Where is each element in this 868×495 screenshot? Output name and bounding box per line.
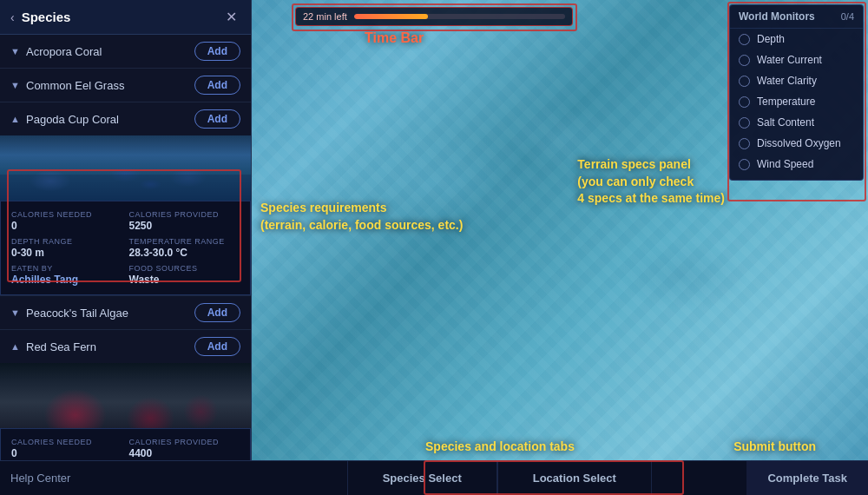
- stats-panel-red-fern: CALORIES NEEDED 0 CALORIES PROVIDED 4400…: [0, 428, 251, 460]
- add-button-peacock[interactable]: Add: [194, 303, 240, 322]
- sidebar-header: ‹ Species ✕: [0, 0, 251, 35]
- time-bar-container: 22 min left: [295, 7, 573, 26]
- stat-label-cal-needed-rf: CALORIES NEEDED: [11, 438, 122, 446]
- add-button-pagoda[interactable]: Add: [194, 109, 240, 129]
- stat-calories-needed-redfern: CALORIES NEEDED 0: [11, 438, 122, 459]
- species-name-acropora: Acropora Coral: [26, 45, 102, 58]
- stat-food-sources-pagoda: FOOD SOURCES Waste: [129, 264, 240, 286]
- monitor-label-salt-content: Salt Content: [757, 116, 814, 129]
- time-bar-annotation: Time Bar: [365, 30, 424, 46]
- species-req-annotation: Species requirements (terrain, calorie, …: [260, 200, 463, 234]
- species-item-red-fern: ▲ Red Sea Fern Add CALORIES NEEDED 0 CAL…: [0, 330, 251, 460]
- stat-value-calories-needed: 0: [11, 220, 122, 232]
- species-name-red-fern: Red Sea Fern: [26, 340, 96, 353]
- stat-label-food-sources: FOOD SOURCES: [129, 264, 240, 273]
- time-bar-track: [354, 14, 565, 19]
- species-row-pagoda[interactable]: ▲ Pagoda Cup Coral Add: [0, 102, 251, 135]
- tab-species-select-label: Species Select: [383, 472, 462, 485]
- help-center-label: Help Center: [10, 472, 70, 485]
- species-row-acropora[interactable]: ▼ Acropora Coral Add: [0, 35, 251, 68]
- monitors-count: 0/4: [841, 11, 854, 22]
- stat-calories-provided-pagoda: CALORIES PROVIDED 5250: [129, 210, 240, 232]
- stat-value-cal-provided-rf: 4400: [129, 447, 240, 459]
- monitor-label-wind-speed: Wind Speed: [757, 158, 813, 170]
- monitor-item-wind-speed[interactable]: Wind Speed: [730, 154, 863, 175]
- chevron-pagoda-icon: ▲: [10, 114, 21, 124]
- stat-depth-pagoda: DEPTH RANGE 0-30 m: [11, 237, 122, 259]
- stat-value-temp: 28.3-30.0 °C: [129, 247, 240, 259]
- sidebar-title: Species: [22, 10, 71, 24]
- add-button-red-fern[interactable]: Add: [194, 337, 240, 356]
- chevron-eel-grass-icon: ▼: [10, 80, 21, 90]
- tab-location-select[interactable]: Location Select: [497, 461, 652, 496]
- stat-value-depth: 0-30 m: [11, 247, 122, 259]
- monitor-radio-wind-speed[interactable]: [739, 159, 750, 170]
- species-name-eel-grass: Common Eel Grass: [26, 79, 124, 92]
- monitor-item-dissolved-oxygen[interactable]: Dissolved Oxygen: [730, 133, 863, 154]
- submit-annotation: Submit button: [733, 439, 816, 453]
- time-bar-wrapper: 22 min left: [295, 7, 573, 26]
- chevron-left-icon[interactable]: ‹: [10, 10, 15, 24]
- stat-label-temp: TEMPERATURE RANGE: [129, 237, 240, 246]
- monitor-item-depth[interactable]: Depth: [730, 29, 863, 50]
- monitor-radio-water-clarity[interactable]: [739, 76, 750, 87]
- species-image-redfern: [0, 363, 251, 428]
- species-item-acropora: ▼ Acropora Coral Add: [0, 35, 251, 69]
- chevron-peacock-icon: ▼: [10, 307, 21, 318]
- species-item-pagoda: ▲ Pagoda Cup Coral Add CALORIES NEEDED 0…: [0, 102, 251, 296]
- monitor-radio-dissolved-oxygen[interactable]: [739, 138, 750, 149]
- tabs-annotation: Species and location tabs: [425, 439, 575, 453]
- monitor-item-water-clarity[interactable]: Water Clarity: [730, 70, 863, 91]
- monitor-item-salt-content[interactable]: Salt Content: [730, 112, 863, 133]
- species-row-red-fern[interactable]: ▲ Red Sea Fern Add: [0, 330, 251, 363]
- stat-value-eaten-by: Achilles Tang: [11, 274, 122, 286]
- stat-value-food-sources: Waste: [129, 274, 240, 286]
- tab-species-select[interactable]: Species Select: [347, 461, 497, 496]
- species-name-pagoda: Pagoda Cup Coral: [26, 113, 119, 126]
- species-name-peacock: Peacock's Tail Algae: [26, 307, 128, 320]
- complete-task-button[interactable]: Complete Task: [746, 461, 868, 496]
- close-button[interactable]: ✕: [222, 7, 240, 27]
- stat-label-depth: DEPTH RANGE: [11, 237, 122, 246]
- monitors-header: World Monitors 0/4: [730, 5, 863, 29]
- sidebar: ‹ Species ✕ ▼ Acropora Coral Add ▼ Commo…: [0, 0, 252, 460]
- stat-value-cal-needed-rf: 0: [11, 447, 122, 459]
- chevron-red-fern-icon: ▲: [10, 341, 21, 352]
- monitors-panel: World Monitors 0/4 Depth Water Current W…: [729, 4, 864, 181]
- species-row-eel-grass[interactable]: ▼ Common Eel Grass Add: [0, 69, 251, 102]
- monitor-item-temperature[interactable]: Temperature: [730, 91, 863, 112]
- monitor-label-water-clarity: Water Clarity: [757, 75, 817, 87]
- monitor-radio-temperature[interactable]: [739, 96, 750, 108]
- stat-value-calories-provided: 5250: [129, 220, 240, 232]
- monitor-radio-water-current[interactable]: [739, 55, 750, 66]
- stat-label-cal-provided-rf: CALORIES PROVIDED: [129, 438, 240, 446]
- stat-label-calories-needed: CALORIES NEEDED: [11, 210, 122, 219]
- monitor-label-temperature: Temperature: [757, 96, 815, 108]
- stat-temp-pagoda: TEMPERATURE RANGE 28.3-30.0 °C: [129, 237, 240, 259]
- species-image-pagoda: [0, 135, 251, 201]
- complete-task-label: Complete Task: [767, 472, 847, 485]
- monitor-label-dissolved-oxygen: Dissolved Oxygen: [757, 137, 841, 149]
- stat-label-calories-provided: CALORIES PROVIDED: [129, 210, 240, 219]
- chevron-acropora-icon: ▼: [10, 46, 21, 56]
- species-item-peacock: ▼ Peacock's Tail Algae Add: [0, 296, 251, 330]
- time-bar-label: 22 min left: [303, 11, 347, 22]
- add-button-eel-grass[interactable]: Add: [194, 76, 240, 95]
- species-row-peacock[interactable]: ▼ Peacock's Tail Algae Add: [0, 296, 251, 329]
- stat-calories-provided-redfern: CALORIES PROVIDED 4400: [129, 438, 240, 459]
- bottom-tabs: Species Select Location Select: [252, 461, 746, 496]
- monitor-item-water-current[interactable]: Water Current: [730, 50, 863, 70]
- sidebar-header-left: ‹ Species: [10, 10, 70, 24]
- monitor-label-water-current: Water Current: [757, 54, 822, 66]
- monitor-radio-salt-content[interactable]: [739, 117, 750, 129]
- monitor-radio-depth[interactable]: [739, 34, 750, 45]
- stat-label-eaten-by: EATEN BY: [11, 264, 122, 273]
- stats-panel-pagoda: CALORIES NEEDED 0 CALORIES PROVIDED 5250…: [0, 201, 251, 295]
- tab-location-select-label: Location Select: [533, 472, 616, 485]
- bottom-bar: Help Center Species Select Location Sele…: [0, 460, 868, 495]
- stat-eaten-by-pagoda: EATEN BY Achilles Tang: [11, 264, 122, 286]
- add-button-acropora[interactable]: Add: [194, 42, 240, 61]
- monitors-title: World Monitors: [739, 10, 815, 23]
- time-bar-fill: [354, 14, 428, 19]
- monitor-label-depth: Depth: [757, 33, 785, 45]
